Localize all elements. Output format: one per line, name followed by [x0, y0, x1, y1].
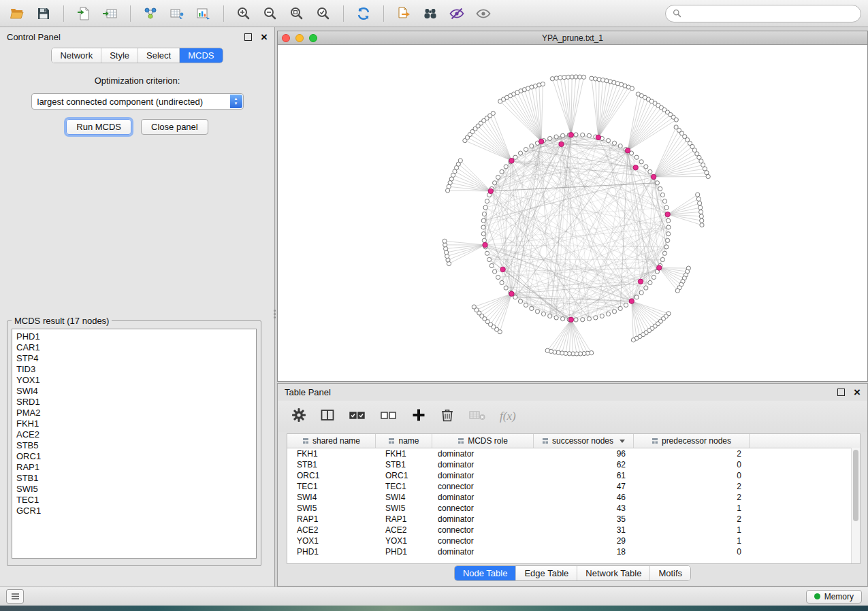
graph-node[interactable]: [550, 77, 554, 81]
table-cell[interactable]: 61: [534, 471, 634, 480]
mcds-result-item[interactable]: SWI4: [16, 386, 252, 397]
mcds-result-item[interactable]: STP4: [16, 353, 252, 364]
graph-node[interactable]: [587, 317, 591, 321]
table-cell[interactable]: YOX1: [376, 536, 432, 546]
mcds-result-item[interactable]: CAR1: [16, 342, 252, 353]
close-panel-button[interactable]: Close panel: [141, 119, 208, 135]
column-header-MCDS-role[interactable]: MCDS role: [432, 434, 534, 448]
graph-node[interactable]: [648, 280, 652, 284]
unselect-all-columns-icon[interactable]: [380, 408, 398, 425]
graph-node[interactable]: [648, 169, 652, 174]
table-row[interactable]: RAP1RAP1dominator352: [287, 514, 860, 525]
graph-node[interactable]: [493, 269, 497, 274]
table-cell[interactable]: dominator: [432, 514, 534, 524]
refresh-layout-icon[interactable]: [353, 3, 374, 24]
graph-node[interactable]: [655, 181, 659, 185]
graph-node[interactable]: [483, 205, 487, 210]
graph-dominator-node[interactable]: [651, 174, 656, 179]
graph-node[interactable]: [554, 76, 558, 80]
table-cell[interactable]: connector: [432, 482, 534, 491]
graph-node[interactable]: [574, 133, 578, 137]
graph-node[interactable]: [496, 175, 500, 179]
graph-node[interactable]: [706, 174, 710, 178]
mcds-result-item[interactable]: SWI5: [16, 484, 252, 495]
column-header-successor-nodes[interactable]: successor nodes: [534, 434, 634, 448]
graph-node[interactable]: [606, 312, 610, 316]
graph-dominator-node[interactable]: [488, 188, 493, 193]
graph-node[interactable]: [574, 75, 578, 79]
table-cell[interactable]: ACE2: [287, 525, 376, 535]
graph-node[interactable]: [566, 75, 570, 79]
graph-node[interactable]: [582, 75, 586, 79]
table-scrollbar[interactable]: [851, 448, 860, 563]
graph-dominator-node[interactable]: [500, 267, 505, 271]
mcds-result-item[interactable]: YOX1: [16, 375, 252, 386]
table-cell[interactable]: 0: [634, 547, 750, 557]
network-from-chart-icon[interactable]: [193, 3, 214, 24]
graph-node[interactable]: [481, 225, 485, 229]
graph-dominator-node[interactable]: [596, 135, 600, 139]
table-cell[interactable]: 96: [534, 449, 634, 459]
graph-node[interactable]: [561, 133, 565, 137]
binoculars-icon[interactable]: [420, 3, 440, 24]
table-cell[interactable]: STB1: [376, 460, 432, 469]
table-cell[interactable]: 62: [534, 460, 634, 469]
graph-node[interactable]: [675, 288, 679, 293]
table-row[interactable]: ORC1ORC1dominator610: [287, 470, 860, 481]
import-file-icon[interactable]: [74, 3, 94, 24]
graph-node[interactable]: [700, 223, 704, 227]
panel-splitter-handle[interactable]: [272, 305, 277, 323]
table-tab-network-table[interactable]: Network Table: [577, 566, 650, 580]
table-row[interactable]: STB1STB1dominator620: [287, 459, 860, 470]
table-cell[interactable]: 2: [634, 493, 750, 502]
graph-node[interactable]: [482, 212, 486, 216]
graph-node[interactable]: [481, 218, 485, 222]
table-cell[interactable]: 47: [534, 482, 634, 491]
graph-node[interactable]: [458, 159, 462, 163]
table-tab-motifs[interactable]: Motifs: [650, 566, 690, 580]
mcds-result-item[interactable]: PMA2: [16, 408, 252, 418]
table-cell[interactable]: 1: [634, 525, 750, 535]
table-cell[interactable]: TEC1: [376, 482, 432, 491]
zoom-fit-icon[interactable]: [287, 3, 307, 24]
graph-node[interactable]: [699, 214, 703, 218]
graph-node[interactable]: [662, 251, 666, 255]
mcds-result-item[interactable]: ACE2: [16, 429, 252, 440]
graph-node[interactable]: [489, 263, 494, 267]
graph-dominator-node[interactable]: [629, 299, 634, 303]
graph-node[interactable]: [491, 111, 495, 115]
graph-node[interactable]: [524, 148, 528, 152]
zoom-out-icon[interactable]: [260, 3, 280, 24]
table-cell[interactable]: SWI4: [376, 493, 432, 502]
select-stepper-icon[interactable]: ▲▼: [230, 95, 242, 108]
graph-node[interactable]: [612, 141, 616, 145]
tab-mcds[interactable]: MCDS: [180, 48, 222, 63]
graph-node[interactable]: [504, 286, 508, 290]
run-mcds-button[interactable]: Run MCDS: [66, 119, 131, 135]
table-cell[interactable]: SWI4: [287, 493, 376, 502]
table-cell[interactable]: 2: [634, 482, 750, 491]
float-panel-icon[interactable]: [837, 389, 845, 396]
graph-node[interactable]: [644, 165, 648, 169]
graph-node[interactable]: [699, 210, 703, 214]
graph-node[interactable]: [652, 275, 656, 279]
show-columns-icon[interactable]: [320, 408, 335, 425]
mcds-result-item[interactable]: RAP1: [16, 462, 252, 473]
table-cell[interactable]: 43: [534, 503, 634, 513]
graph-node[interactable]: [606, 139, 610, 143]
mcds-result-item[interactable]: ORC1: [16, 451, 252, 462]
criterion-select[interactable]: largest connected component (undirected)…: [31, 93, 244, 110]
graph-node[interactable]: [700, 218, 704, 222]
graph-node[interactable]: [541, 312, 545, 316]
window-zoom-icon[interactable]: [309, 34, 317, 42]
graph-node[interactable]: [443, 239, 447, 243]
mcds-result-item[interactable]: STB5: [16, 440, 252, 451]
graph-node[interactable]: [698, 201, 702, 205]
table-tab-node-table[interactable]: Node Table: [455, 566, 517, 580]
table-row[interactable]: SWI5SWI5connector431: [287, 503, 860, 514]
graph-node[interactable]: [578, 75, 582, 79]
table-cell[interactable]: 2: [634, 449, 750, 459]
graph-node[interactable]: [696, 193, 700, 197]
table-cell[interactable]: STB1: [287, 460, 376, 469]
graph-node[interactable]: [666, 238, 670, 242]
